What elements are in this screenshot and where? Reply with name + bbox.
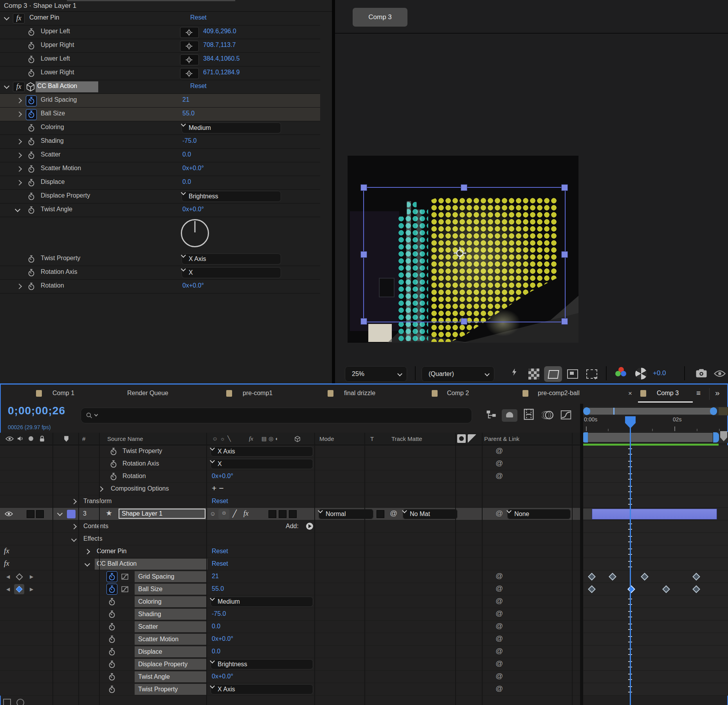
tl-row-coloring[interactable]: ColoringMedium@ [0, 595, 728, 608]
tl-row-grid-spacing[interactable]: ◀▶Grid Spacing21@ [0, 570, 728, 583]
row-graph-area[interactable] [583, 495, 728, 507]
work-area-end-handle[interactable] [713, 432, 719, 442]
property-value[interactable]: 0x+0.0° [182, 282, 204, 289]
property-name-selection[interactable]: Twist Angle [135, 671, 207, 682]
timeline-bottom-toggle-icon-2[interactable] [16, 699, 24, 705]
add-keyframe-button[interactable] [14, 584, 24, 594]
expander-icon[interactable] [4, 15, 9, 20]
dropdown-chevron-icon[interactable] [210, 658, 215, 664]
keyframe-icon[interactable] [588, 573, 596, 581]
reset-button[interactable]: Reset [190, 14, 207, 21]
property-dropdown[interactable]: X Axis [211, 446, 313, 457]
reset-button[interactable]: Reset [190, 83, 207, 90]
ec-row-displace-property[interactable]: Displace PropertyBrightness [0, 190, 320, 203]
property-value[interactable]: -75.0 [182, 137, 196, 144]
fast-previews-icon[interactable] [511, 368, 517, 376]
navigator-bar[interactable] [583, 407, 717, 415]
layer-switch-box[interactable] [289, 510, 297, 518]
property-name-selection[interactable]: Displace [135, 646, 207, 657]
shy-switch-icon[interactable]: ☺ [210, 510, 216, 517]
parent-dropdown[interactable]: None [507, 509, 571, 519]
row-graph-area[interactable] [583, 633, 728, 645]
tl-row-ball-size[interactable]: ◀▶Ball Size55.0@ [0, 583, 728, 595]
row-graph-area[interactable] [583, 595, 728, 608]
exposure-reset-icon[interactable] [635, 368, 647, 379]
row-graph-area[interactable] [583, 608, 728, 620]
track-matte-dropdown[interactable]: No Mat [403, 509, 458, 519]
stopwatch-icon[interactable] [108, 685, 116, 693]
selection-handle-bottom-center[interactable] [461, 318, 467, 325]
property-value[interactable]: 55.0 [182, 110, 195, 117]
layer-name-input[interactable]: Shape Layer 1 [119, 509, 205, 519]
expander-icon[interactable] [16, 98, 22, 103]
row-graph-area[interactable] [583, 683, 728, 695]
layer-switch-box[interactable] [279, 510, 287, 518]
selection-handle-top-right[interactable] [561, 184, 568, 191]
stopwatch-icon[interactable] [27, 124, 35, 132]
property-value[interactable]: 55.0 [212, 585, 224, 592]
selection-handle-bottom-left[interactable] [360, 318, 367, 325]
stopwatch-icon[interactable] [108, 660, 116, 668]
transparency-grid-icon[interactable] [528, 369, 539, 379]
row-graph-area[interactable] [583, 458, 728, 470]
tl-row-effects[interactable]: Effects [0, 533, 728, 545]
tl-row-transform[interactable]: TransformReset [0, 495, 728, 508]
ec-row-twist-angle[interactable]: Twist Angle0x+0.0° [0, 203, 320, 217]
exposure-value[interactable]: +0.0 [653, 369, 666, 377]
selection-handle-top-left[interactable] [360, 184, 367, 191]
property-dropdown[interactable]: Medium [211, 597, 313, 607]
layer-duration-bar[interactable] [592, 509, 717, 520]
property-value[interactable]: 0x+0.0° [212, 673, 233, 680]
property-dropdown[interactable]: X [182, 267, 281, 278]
show-snapshot-icon[interactable] [714, 370, 726, 377]
property-name-selection[interactable]: Scatter [135, 621, 207, 632]
parent-pickwhip-icon[interactable]: @ [496, 609, 503, 618]
dropdown-chevron-icon[interactable] [181, 266, 186, 272]
tab-pre-comp2-ball[interactable]: pre-comp2-ball [538, 390, 580, 397]
add-property-icon[interactable] [306, 523, 313, 530]
stopwatch-icon[interactable] [27, 206, 35, 214]
expander-icon[interactable] [4, 83, 9, 89]
ec-row-rotation-axis[interactable]: Rotation AxisX [0, 266, 320, 280]
parent-pickwhip-icon[interactable]: @ [496, 684, 503, 693]
keyframe-icon[interactable] [609, 573, 616, 581]
tl-row-rotation-axis[interactable]: Rotation AxisX@ [0, 458, 728, 470]
stopwatch-icon[interactable] [108, 623, 116, 631]
property-value[interactable]: 671.0,1284.9 [203, 69, 240, 76]
layer-expander-icon[interactable] [57, 511, 63, 516]
dropdown-chevron-icon[interactable] [402, 508, 407, 513]
expander-icon[interactable] [85, 549, 90, 554]
row-graph-area[interactable] [583, 658, 728, 670]
fx-switch-icon[interactable]: fx [243, 509, 249, 518]
property-label[interactable]: Rotation Axis [123, 460, 159, 467]
stopwatch-icon[interactable] [108, 598, 116, 606]
next-keyframe-icon[interactable]: ▶ [30, 586, 33, 592]
row-graph-area[interactable] [583, 620, 728, 633]
quality-switch-icon[interactable]: ╱ [232, 509, 237, 518]
twist-angle-dial[interactable] [181, 219, 209, 247]
stopwatch-icon[interactable] [27, 42, 35, 50]
keyframe-icon[interactable] [627, 585, 635, 593]
stopwatch-icon[interactable] [27, 110, 35, 118]
dropdown-chevron-icon[interactable] [506, 508, 512, 513]
pixel-aspect-toggle-icon[interactable] [586, 369, 597, 379]
row-graph-area[interactable] [583, 570, 728, 583]
frame-blending-icon[interactable] [524, 408, 534, 420]
channel-rgb-icon[interactable] [615, 367, 628, 380]
keyframe-icon[interactable] [588, 585, 596, 593]
ec-row-scatter[interactable]: Scatter0.0 [0, 149, 320, 162]
graph-area-boundary[interactable] [580, 404, 583, 705]
reset-button[interactable]: Reset [212, 560, 228, 567]
playhead-line[interactable] [630, 423, 631, 705]
effects-switch-button[interactable]: ☼ [218, 509, 229, 519]
expander-icon[interactable] [16, 180, 22, 185]
dropdown-chevron-icon[interactable] [210, 683, 215, 689]
include-in-graph-icon[interactable] [121, 574, 128, 580]
tl-row-scatter[interactable]: Scatter0.0@ [0, 620, 728, 633]
parent-pickwhip-icon[interactable]: @ [496, 584, 503, 593]
parent-pickwhip-icon[interactable]: @ [496, 672, 503, 680]
property-name-selection[interactable]: Coloring [135, 596, 207, 607]
property-name-selection[interactable]: Scatter Motion [135, 634, 207, 645]
property-value[interactable]: 0.0 [212, 648, 220, 655]
stopwatch-icon[interactable] [27, 165, 35, 173]
